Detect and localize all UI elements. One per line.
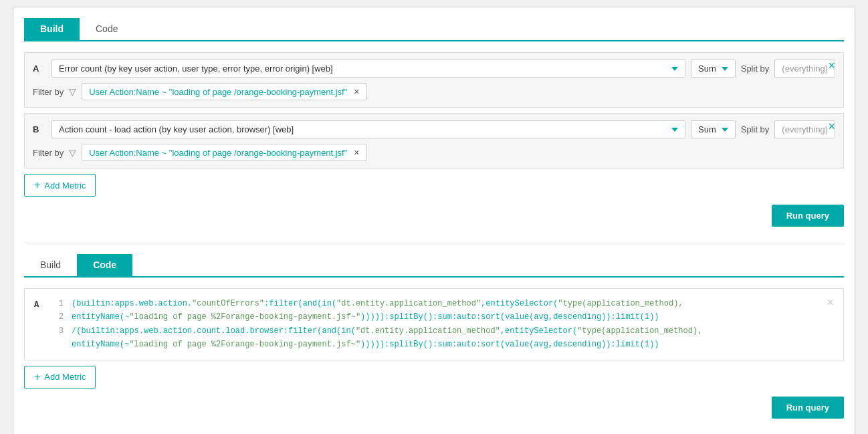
split-by-value-a[interactable]: (everything) [774, 60, 835, 78]
split-by-label-b: Split by [741, 124, 770, 134]
tab-code-top[interactable]: Code [80, 18, 134, 41]
split-by-label-a: Split by [741, 64, 770, 74]
add-metric-label-top: Add Metric [44, 181, 86, 191]
code-seg: "countOfErrors" [192, 299, 264, 308]
section-divider [24, 243, 844, 243]
run-query-wrap-top: Run query [24, 205, 844, 227]
aggregation-btn-b[interactable]: Sum [691, 120, 736, 138]
filter-tag-text-a: User Action:Name ~ "loading of page /ora… [89, 87, 347, 97]
metric-row-b: B Action count - load action (by key use… [33, 120, 835, 138]
code-seg: splitBy():sum:auto:sort(value(avg,descen… [389, 312, 659, 322]
metric-select-b[interactable]: Action count - load action (by key user … [51, 120, 685, 138]
code-seg: entityName(~ [72, 340, 129, 349]
code-seg: ,entitySelector( [481, 299, 558, 308]
code-content: 1 (builtin:apps.web.action."countOfError… [53, 297, 821, 352]
filter-tag-b[interactable]: User Action:Name ~ "loading of page /ora… [82, 144, 366, 161]
tab-build-top[interactable]: Build [24, 18, 80, 41]
plus-icon-top: + [34, 179, 40, 191]
close-metric-a[interactable]: × [828, 60, 835, 72]
line-num-4 [53, 338, 64, 351]
aggregation-label-b: Sum [698, 124, 716, 134]
code-seg: :filter(and(in( [264, 299, 336, 308]
top-tab-bar: Build Code [24, 18, 844, 41]
line-num-2: 2 [53, 310, 64, 324]
metric-label-a: A [33, 64, 46, 74]
bottom-tab-bar: Build Code [24, 254, 844, 278]
code-metric-label-a: A [34, 297, 47, 312]
code-line-1: 1 (builtin:apps.web.action."countOfError… [53, 297, 821, 310]
bottom-section: A 1 (builtin:apps.web.action."countOfErr… [24, 288, 844, 419]
aggregation-btn-a[interactable]: Sum [691, 60, 736, 78]
code-seg: ))))): [360, 340, 389, 349]
filter-tag-close-a[interactable]: × [354, 86, 359, 97]
code-seg: entityName(~ [72, 312, 129, 322]
plus-icon-bottom: + [34, 371, 40, 383]
add-metric-btn-bottom[interactable]: + Add Metric [24, 366, 96, 389]
code-line-4: entityName(~"loading of page %2Forange-b… [53, 338, 821, 351]
code-seg: "loading of page %2Forange-booking-payme… [129, 340, 360, 349]
tab-code-bottom[interactable]: Code [77, 254, 132, 278]
run-query-btn-bottom[interactable]: Run query [772, 397, 844, 419]
top-section: A Error count (by key user action, user … [24, 52, 844, 227]
code-line-2: 2 entityName(~"loading of page %2Forange… [53, 310, 821, 324]
metric-block-a: A Error count (by key user action, user … [24, 52, 844, 108]
metric-select-text-a: Error count (by key user action, user ty… [59, 64, 333, 74]
filter-label-a: Filter by [33, 87, 64, 97]
agg-chevron-a [722, 67, 728, 71]
filter-icon-a: ▽ [69, 86, 76, 97]
line-num-1: 1 [53, 297, 64, 310]
add-metric-label-bottom: Add Metric [44, 372, 86, 382]
code-seg: /(builtin:apps.web.action.count.load.bro… [72, 326, 356, 336]
code-line-3: 3 /(builtin:apps.web.action.count.load.b… [53, 324, 821, 338]
filter-tag-close-b[interactable]: × [354, 147, 359, 158]
code-seg: "type(application_method), [577, 326, 702, 336]
code-seg: "type(application_method), [558, 299, 683, 308]
line-content-1: (builtin:apps.web.action."countOfErrors"… [72, 297, 821, 310]
add-metric-btn-top[interactable]: + Add Metric [24, 174, 96, 197]
agg-chevron-b [722, 128, 728, 132]
run-query-wrap-bottom: Run query [24, 397, 844, 419]
filter-icon-b: ▽ [69, 147, 76, 158]
filter-row-b: Filter by ▽ User Action:Name ~ "loading … [33, 144, 835, 161]
aggregation-label-a: Sum [698, 64, 716, 74]
tab-build-bottom[interactable]: Build [24, 254, 77, 278]
code-seg: "dt.entity.application_method" [356, 326, 500, 336]
code-seg: (builtin:apps.web.action. [72, 299, 192, 308]
metric-label-b: B [33, 124, 46, 134]
close-metric-b[interactable]: × [828, 120, 835, 132]
split-by-value-b[interactable]: (everything) [774, 120, 835, 138]
metric-select-text-b: Action count - load action (by key user … [59, 124, 294, 134]
filter-row-a: Filter by ▽ User Action:Name ~ "loading … [33, 83, 835, 100]
metric-row-a: A Error count (by key user action, user … [33, 60, 835, 78]
line-content-3: /(builtin:apps.web.action.count.load.bro… [72, 324, 821, 338]
chevron-down-icon-b [671, 128, 678, 132]
chevron-down-icon-a [671, 67, 678, 71]
close-code-metric[interactable]: × [827, 297, 834, 309]
run-query-btn-top[interactable]: Run query [772, 205, 844, 227]
filter-tag-text-b: User Action:Name ~ "loading of page /ora… [89, 148, 347, 158]
metric-select-a[interactable]: Error count (by key user action, user ty… [51, 60, 685, 78]
main-container: Build Code A Error count (by key user ac… [13, 7, 855, 434]
line-num-3: 3 [53, 324, 64, 338]
code-seg: "dt.entity.application_method" [336, 299, 481, 308]
filter-label-b: Filter by [33, 148, 64, 158]
code-metric-block: A 1 (builtin:apps.web.action."countOfErr… [24, 288, 844, 360]
filter-tag-a[interactable]: User Action:Name ~ "loading of page /ora… [82, 83, 366, 100]
code-seg: "loading of page %2Forange-booking-payme… [129, 312, 360, 322]
line-content-2: entityName(~"loading of page %2Forange-b… [72, 310, 821, 324]
code-seg: ))))): [360, 312, 389, 322]
code-seg: ,entitySelector( [500, 326, 577, 336]
metric-block-b: B Action count - load action (by key use… [24, 113, 844, 169]
code-seg: splitBy():sum:auto:sort(value(avg,descen… [389, 340, 659, 349]
line-content-4: entityName(~"loading of page %2Forange-b… [72, 338, 821, 351]
